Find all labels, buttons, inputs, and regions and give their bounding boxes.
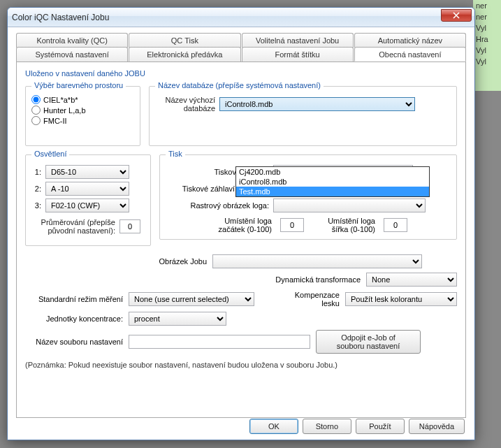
radio-hunter[interactable]: Hunter L,a,b bbox=[31, 106, 134, 115]
dyn-select[interactable]: None bbox=[366, 273, 457, 287]
panel-heading: Uloženo v nastavení daného JOBU bbox=[25, 69, 457, 78]
avg-input[interactable] bbox=[119, 219, 140, 233]
ok-button[interactable]: OK bbox=[249, 419, 298, 434]
tab-panel: Uloženo v nastavení daného JOBU Výběr ba… bbox=[16, 62, 466, 418]
light-2-select[interactable]: A -10 bbox=[45, 182, 129, 196]
radio-fmc-input[interactable] bbox=[31, 116, 41, 125]
apply-button[interactable]: Použít bbox=[356, 419, 405, 434]
logo-width-label: Umístění loga šířka (0-100) bbox=[312, 217, 375, 233]
note-text: (Poznámka: Pokud neexistuje soubor nasta… bbox=[25, 361, 457, 369]
print-raster-label: Rastrový obrázek loga: bbox=[166, 201, 269, 210]
cancel-button[interactable]: Storno bbox=[303, 419, 351, 434]
dyn-label: Dynamická transformace bbox=[275, 275, 361, 284]
tab-qc[interactable]: Kontrola kvality (QC) bbox=[16, 33, 128, 48]
stdmode-label: Standardní režim měření bbox=[25, 295, 123, 303]
tab-qc-print[interactable]: QC Tisk bbox=[129, 33, 240, 48]
bg-text: Vyl bbox=[473, 22, 501, 34]
db-label: Název výchozí databáze bbox=[155, 96, 215, 113]
dialog-window: Color iQC Nastavení Jobu Kontrola kvalit… bbox=[7, 7, 475, 440]
ejob-detach-button[interactable]: Odpojit e-Job of souboru nastavení bbox=[316, 330, 421, 354]
bg-text: Vyl bbox=[473, 56, 501, 67]
db-option-selected[interactable]: Test.mdb bbox=[236, 187, 429, 196]
db-dropdown-list[interactable]: Cj4200.mdb iControl8.mdb Test.mdb bbox=[235, 166, 430, 197]
radio-cielab-input[interactable] bbox=[31, 95, 41, 104]
tab-electronic[interactable]: Elektronická předávka bbox=[129, 47, 240, 62]
stdmode-select[interactable]: None (use current selected) bbox=[129, 292, 254, 306]
avg-label: Průměrování (přepíše původní nastavení): bbox=[31, 218, 115, 235]
tab-general[interactable]: Obecná nastavení bbox=[354, 47, 466, 62]
light-num: 1: bbox=[31, 168, 41, 176]
light-num: 2: bbox=[31, 185, 41, 193]
logo-start-input[interactable] bbox=[280, 218, 304, 232]
print-raster-select[interactable] bbox=[273, 198, 426, 212]
radio-fmc[interactable]: FMC-II bbox=[31, 116, 134, 125]
gloss-select[interactable]: Použít lesk kolorantu bbox=[345, 292, 457, 306]
bg-text: Vyl bbox=[473, 45, 501, 56]
gloss-label: Kompenzace lesku bbox=[284, 291, 340, 308]
group-title-db: Název databáze (přepíše systémová nastav… bbox=[155, 81, 324, 89]
light-3-select[interactable]: F02-10 (CWF) bbox=[45, 198, 129, 212]
tab-autoname[interactable]: Automatický název bbox=[354, 33, 466, 48]
db-select[interactable]: iControl8.mdb bbox=[219, 97, 415, 111]
logo-start-label: Umístění loga začátek (0-100) bbox=[209, 217, 272, 233]
units-label: Jednotky koncentrace: bbox=[25, 315, 123, 323]
logo-width-input[interactable] bbox=[384, 218, 407, 232]
jobimg-select[interactable] bbox=[212, 254, 422, 268]
bg-text: ner bbox=[473, 0, 501, 11]
group-title-light: Osvětlení bbox=[31, 150, 69, 158]
help-button[interactable]: Nápověda bbox=[409, 419, 465, 434]
titlebar[interactable]: Color iQC Nastavení Jobu bbox=[8, 8, 474, 27]
light-1-select[interactable]: D65-10 bbox=[45, 165, 129, 179]
filename-input[interactable] bbox=[129, 335, 310, 349]
light-num: 3: bbox=[31, 201, 41, 210]
tab-optional[interactable]: Volitelná nastavení Jobu bbox=[242, 33, 354, 48]
filename-label: Název souboru nastavení bbox=[25, 338, 123, 346]
bg-text: Hra bbox=[473, 34, 501, 45]
group-title-print: Tisk bbox=[166, 150, 185, 158]
group-title-colorspace: Výběr barevného prostoru bbox=[31, 81, 126, 89]
jobimg-label: Obrázek Jobu bbox=[151, 257, 207, 266]
radio-cielab[interactable]: CIEL*a*b* bbox=[31, 95, 134, 104]
tab-label-format[interactable]: Formát štítku bbox=[242, 47, 354, 62]
radio-hunter-input[interactable] bbox=[31, 106, 41, 115]
close-button[interactable] bbox=[441, 9, 472, 22]
units-select[interactable]: procent bbox=[129, 312, 226, 326]
window-title: Color iQC Nastavení Jobu bbox=[12, 13, 109, 22]
tab-system[interactable]: Systémová nastavení bbox=[16, 47, 128, 62]
db-option[interactable]: Cj4200.mdb bbox=[236, 167, 429, 177]
db-option[interactable]: iControl8.mdb bbox=[236, 177, 429, 187]
bg-text: ner bbox=[473, 11, 501, 22]
close-icon bbox=[453, 12, 460, 19]
